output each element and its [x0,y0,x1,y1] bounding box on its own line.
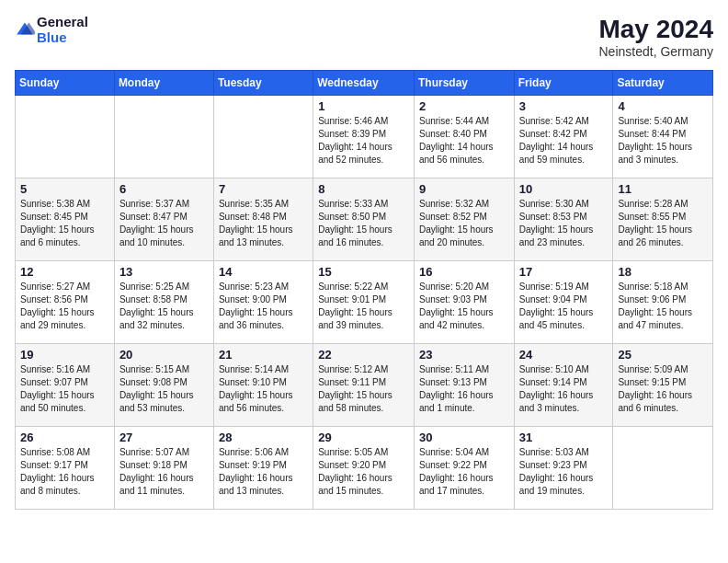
day-info: Sunrise: 5:16 AM Sunset: 9:07 PM Dayligh… [20,363,109,415]
header-monday: Monday [114,71,213,96]
table-row: 8Sunrise: 5:33 AM Sunset: 8:50 PM Daylig… [313,178,415,261]
logo: General Blue [15,15,88,45]
calendar-table: Sunday Monday Tuesday Wednesday Thursday… [15,70,713,510]
day-number: 31 [519,431,609,444]
calendar-week-row: 12Sunrise: 5:27 AM Sunset: 8:56 PM Dayli… [16,261,713,344]
table-row: 23Sunrise: 5:11 AM Sunset: 9:13 PM Dayli… [414,344,514,427]
day-info: Sunrise: 5:14 AM Sunset: 9:10 PM Dayligh… [219,363,308,415]
day-info: Sunrise: 5:35 AM Sunset: 8:48 PM Dayligh… [219,198,308,249]
day-number: 27 [119,431,209,444]
day-info: Sunrise: 5:04 AM Sunset: 9:22 PM Dayligh… [419,446,509,498]
day-info: Sunrise: 5:38 AM Sunset: 8:45 PM Dayligh… [20,198,109,249]
day-number: 28 [219,431,308,444]
header-tuesday: Tuesday [213,71,313,96]
day-number: 23 [419,348,509,362]
day-info: Sunrise: 5:18 AM Sunset: 9:06 PM Dayligh… [618,281,708,332]
calendar-week-row: 5Sunrise: 5:38 AM Sunset: 8:45 PM Daylig… [16,178,713,261]
weekday-header-row: Sunday Monday Tuesday Wednesday Thursday… [16,71,713,96]
day-number: 8 [318,182,409,196]
day-number: 18 [618,265,708,279]
day-info: Sunrise: 5:06 AM Sunset: 9:19 PM Dayligh… [219,446,308,498]
location-subtitle: Neinstedt, Germany [598,44,713,59]
day-info: Sunrise: 5:37 AM Sunset: 8:47 PM Dayligh… [119,198,209,249]
day-info: Sunrise: 5:27 AM Sunset: 8:56 PM Dayligh… [20,281,109,332]
day-number: 22 [318,348,409,362]
table-row: 20Sunrise: 5:15 AM Sunset: 9:08 PM Dayli… [114,344,213,427]
day-number: 9 [419,182,509,196]
logo-icon [15,20,35,37]
page-header: General Blue May 2024 Neinstedt, Germany [15,15,713,59]
logo-blue: Blue [37,30,88,46]
day-info: Sunrise: 5:07 AM Sunset: 9:18 PM Dayligh… [119,446,209,498]
day-number: 4 [618,99,708,113]
table-row: 26Sunrise: 5:08 AM Sunset: 9:17 PM Dayli… [16,427,115,510]
day-info: Sunrise: 5:03 AM Sunset: 9:23 PM Dayligh… [519,446,609,498]
day-number: 2 [419,99,509,113]
day-info: Sunrise: 5:11 AM Sunset: 9:13 PM Dayligh… [419,363,509,415]
day-info: Sunrise: 5:12 AM Sunset: 9:11 PM Dayligh… [318,363,409,415]
title-block: May 2024 Neinstedt, Germany [598,15,713,59]
day-number: 29 [318,431,409,444]
table-row: 12Sunrise: 5:27 AM Sunset: 8:56 PM Dayli… [16,261,115,344]
table-row [114,96,213,178]
table-row: 16Sunrise: 5:20 AM Sunset: 9:03 PM Dayli… [414,261,514,344]
table-row: 17Sunrise: 5:19 AM Sunset: 9:04 PM Dayli… [514,261,613,344]
day-info: Sunrise: 5:15 AM Sunset: 9:08 PM Dayligh… [119,363,209,415]
day-number: 7 [219,182,308,196]
day-number: 12 [20,265,109,279]
header-saturday: Saturday [613,71,713,96]
logo-general: General [37,15,88,30]
header-thursday: Thursday [414,71,514,96]
day-info: Sunrise: 5:44 AM Sunset: 8:40 PM Dayligh… [419,115,509,167]
day-number: 21 [219,348,308,362]
day-number: 16 [419,265,509,279]
day-info: Sunrise: 5:42 AM Sunset: 8:42 PM Dayligh… [519,115,609,167]
day-info: Sunrise: 5:05 AM Sunset: 9:20 PM Dayligh… [318,446,409,498]
table-row: 2Sunrise: 5:44 AM Sunset: 8:40 PM Daylig… [414,96,514,178]
day-number: 26 [20,431,109,444]
table-row: 22Sunrise: 5:12 AM Sunset: 9:11 PM Dayli… [313,344,415,427]
day-number: 11 [618,182,708,196]
table-row: 19Sunrise: 5:16 AM Sunset: 9:07 PM Dayli… [16,344,115,427]
calendar-week-row: 26Sunrise: 5:08 AM Sunset: 9:17 PM Dayli… [16,427,713,510]
day-number: 19 [20,348,109,362]
day-number: 13 [119,265,209,279]
header-friday: Friday [514,71,613,96]
day-info: Sunrise: 5:10 AM Sunset: 9:14 PM Dayligh… [519,363,609,415]
table-row: 25Sunrise: 5:09 AM Sunset: 9:15 PM Dayli… [613,344,713,427]
table-row: 15Sunrise: 5:22 AM Sunset: 9:01 PM Dayli… [313,261,415,344]
table-row: 7Sunrise: 5:35 AM Sunset: 8:48 PM Daylig… [213,178,313,261]
table-row [16,96,115,178]
day-number: 30 [419,431,509,444]
day-number: 25 [618,348,708,362]
day-info: Sunrise: 5:46 AM Sunset: 8:39 PM Dayligh… [318,115,409,167]
day-info: Sunrise: 5:23 AM Sunset: 9:00 PM Dayligh… [219,281,308,332]
day-number: 6 [119,182,209,196]
table-row: 28Sunrise: 5:06 AM Sunset: 9:19 PM Dayli… [213,427,313,510]
table-row: 13Sunrise: 5:25 AM Sunset: 8:58 PM Dayli… [114,261,213,344]
day-info: Sunrise: 5:22 AM Sunset: 9:01 PM Dayligh… [318,281,409,332]
table-row: 27Sunrise: 5:07 AM Sunset: 9:18 PM Dayli… [114,427,213,510]
calendar-week-row: 19Sunrise: 5:16 AM Sunset: 9:07 PM Dayli… [16,344,713,427]
table-row: 5Sunrise: 5:38 AM Sunset: 8:45 PM Daylig… [16,178,115,261]
table-row: 29Sunrise: 5:05 AM Sunset: 9:20 PM Dayli… [313,427,415,510]
day-info: Sunrise: 5:20 AM Sunset: 9:03 PM Dayligh… [419,281,509,332]
table-row: 18Sunrise: 5:18 AM Sunset: 9:06 PM Dayli… [613,261,713,344]
header-wednesday: Wednesday [313,71,415,96]
month-year-title: May 2024 [598,15,713,44]
table-row: 24Sunrise: 5:10 AM Sunset: 9:14 PM Dayli… [514,344,613,427]
table-row: 6Sunrise: 5:37 AM Sunset: 8:47 PM Daylig… [114,178,213,261]
day-number: 24 [519,348,609,362]
day-number: 1 [318,99,409,113]
table-row: 31Sunrise: 5:03 AM Sunset: 9:23 PM Dayli… [514,427,613,510]
day-info: Sunrise: 5:40 AM Sunset: 8:44 PM Dayligh… [618,115,708,167]
day-number: 10 [519,182,609,196]
table-row: 11Sunrise: 5:28 AM Sunset: 8:55 PM Dayli… [613,178,713,261]
day-info: Sunrise: 5:08 AM Sunset: 9:17 PM Dayligh… [20,446,109,498]
table-row: 9Sunrise: 5:32 AM Sunset: 8:52 PM Daylig… [414,178,514,261]
day-info: Sunrise: 5:25 AM Sunset: 8:58 PM Dayligh… [119,281,209,332]
table-row: 4Sunrise: 5:40 AM Sunset: 8:44 PM Daylig… [613,96,713,178]
table-row [613,427,713,510]
day-number: 17 [519,265,609,279]
day-info: Sunrise: 5:30 AM Sunset: 8:53 PM Dayligh… [519,198,609,249]
